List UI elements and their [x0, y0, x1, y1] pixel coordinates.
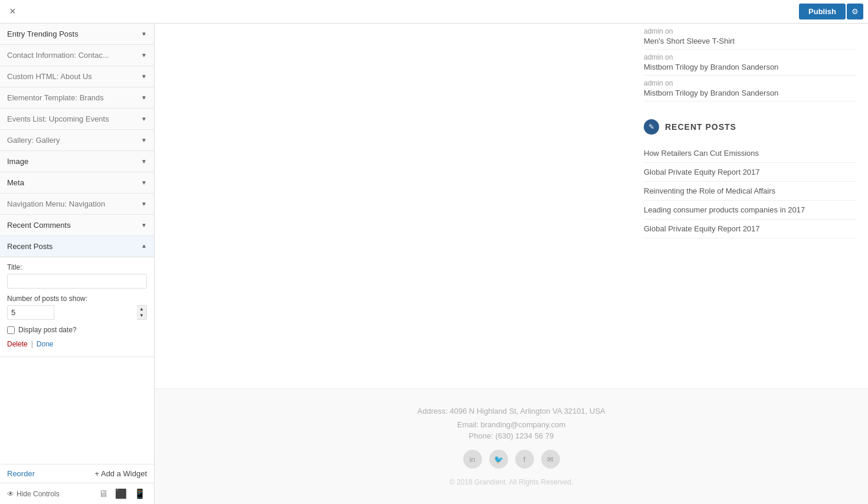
- widget-title-entry-trending: Entry Trending Posts: [7, 30, 78, 38]
- post-link[interactable]: How Retailers Can Cut Emissions: [644, 149, 759, 158]
- address-value: 4096 N Highland St, Arlington VA 32101, …: [450, 407, 605, 415]
- post-list: How Retailers Can Cut Emissions Global P…: [644, 144, 856, 238]
- reorder-button[interactable]: Reorder: [7, 469, 35, 478]
- widget-title-events-list: Events List: Upcoming Events: [7, 114, 109, 123]
- hide-controls-button[interactable]: 👁 Hide Controls: [7, 490, 60, 498]
- section-heading: ✎ RECENT POSTS: [644, 119, 856, 135]
- comment-item: admin on Men's Short Sleeve T-Shirt: [644, 24, 856, 50]
- chevron-icon-image: ▼: [141, 158, 147, 165]
- delete-link[interactable]: Delete: [7, 340, 28, 348]
- action-separator: |: [31, 340, 33, 348]
- facebook-icon[interactable]: f: [515, 450, 534, 469]
- widget-title-custom-html: Custom HTML: About Us: [7, 72, 92, 81]
- title-input[interactable]: [7, 274, 147, 289]
- post-link[interactable]: Reinventing the Role of Medical Affairs: [644, 186, 775, 195]
- widget-entry-trending: Entry Trending Posts ▼: [0, 24, 154, 45]
- title-label: Title:: [7, 263, 147, 271]
- post-link[interactable]: Global Private Equity Report 2017: [644, 224, 760, 233]
- widget-header-entry-trending[interactable]: Entry Trending Posts ▼: [0, 24, 154, 44]
- widget-title-recent-posts: Recent Posts: [7, 242, 53, 251]
- desktop-view-button[interactable]: 🖥: [97, 487, 109, 500]
- chevron-icon-nav: ▼: [141, 201, 147, 207]
- footer-address: Address: 4096 N Highland St, Arlington V…: [166, 407, 856, 415]
- widget-header-recent-comments[interactable]: Recent Comments ▼: [0, 215, 154, 235]
- post-link[interactable]: Leading consumer products companies in 2…: [644, 205, 805, 214]
- widget-recent-posts: Recent Posts ▼ Title: Number of posts to…: [0, 236, 154, 357]
- widget-header-elementor-template[interactable]: Elementor Template: Brands ▼: [0, 87, 154, 108]
- comment-author: admin on: [644, 27, 856, 35]
- comment-post: Mistborn Trilogy by Brandon Sanderson: [644, 63, 856, 71]
- email-label: Email:: [457, 420, 479, 429]
- social-icons: in 🐦 f ✉: [166, 450, 856, 469]
- spinner-down-button[interactable]: ▼: [137, 313, 146, 320]
- tablet-view-button[interactable]: ⬛: [114, 487, 128, 500]
- phone-value: (630) 1234 56 79: [495, 431, 553, 440]
- widget-header-gallery[interactable]: Gallery: Gallery ▼: [0, 130, 154, 150]
- widget-title-image: Image: [7, 157, 28, 166]
- widget-header-custom-html[interactable]: Custom HTML: About Us ▼: [0, 66, 154, 87]
- widget-body-recent-posts: Title: Number of posts to show: ▲ ▼: [0, 257, 154, 356]
- hide-controls-label: Hide Controls: [17, 490, 60, 498]
- widget-title-navigation-menu: Navigation Menu: Navigation: [7, 199, 105, 208]
- post-link[interactable]: Global Private Equity Report 2017: [644, 168, 760, 176]
- section-title: RECENT POSTS: [665, 122, 736, 132]
- widget-image: Image ▼: [0, 151, 154, 172]
- widget-elementor-template: Elementor Template: Brands ▼: [0, 87, 154, 109]
- recent-posts-section: ✎ RECENT POSTS How Retailers Can Cut Emi…: [644, 119, 856, 238]
- done-link[interactable]: Done: [37, 340, 54, 348]
- posts-count-wrapper: ▲ ▼: [7, 305, 147, 320]
- action-links: Delete | Done: [7, 340, 147, 348]
- sidebar-view-controls: 👁 Hide Controls 🖥 ⬛ 📱: [0, 483, 154, 504]
- sidebar-bottom-actions: Reorder + Add a Widget: [0, 464, 154, 483]
- display-date-label[interactable]: Display post date?: [18, 326, 77, 334]
- widget-title-recent-comments: Recent Comments: [7, 221, 71, 230]
- phone-label: Phone:: [469, 431, 493, 440]
- comment-item: admin on Mistborn Trilogy by Brandon San…: [644, 50, 856, 76]
- widget-header-contact-info[interactable]: Contact Information: Contac... ▼: [0, 45, 154, 66]
- footer-email: Email: branding@company.com: [166, 420, 856, 429]
- page-wrapper: Entry Trending Posts ▼ Contact Informati…: [0, 24, 868, 504]
- email-icon[interactable]: ✉: [541, 450, 560, 469]
- footer-copyright: © 2018 Grandient. All Rights Reserved.: [166, 478, 856, 486]
- posts-count-row: Number of posts to show: ▲ ▼: [7, 294, 147, 320]
- widget-custom-html: Custom HTML: About Us ▼: [0, 66, 154, 87]
- widget-gallery: Gallery: Gallery ▼: [0, 130, 154, 151]
- list-item: Global Private Equity Report 2017: [644, 220, 856, 238]
- eye-icon: 👁: [7, 490, 14, 498]
- widget-title-elementor-template: Elementor Template: Brands: [7, 93, 104, 102]
- display-date-checkbox[interactable]: [7, 326, 15, 334]
- publish-button[interactable]: Publish: [799, 4, 846, 19]
- mobile-view-button[interactable]: 📱: [133, 487, 147, 500]
- right-preview-top: admin on Men's Short Sleeve T-Shirt admi…: [155, 24, 868, 388]
- widget-header-events-list[interactable]: Events List: Upcoming Events ▼: [0, 109, 154, 129]
- chevron-icon-events: ▼: [141, 116, 147, 122]
- footer-preview: Address: 4096 N Highland St, Arlington V…: [155, 388, 868, 504]
- address-label: Address:: [417, 407, 447, 415]
- widget-header-meta[interactable]: Meta ▼: [0, 172, 154, 193]
- right-content-block: admin on Men's Short Sleeve T-Shirt admi…: [632, 24, 868, 250]
- linkedin-icon[interactable]: in: [463, 450, 482, 469]
- widget-header-recent-posts[interactable]: Recent Posts ▼: [0, 236, 154, 257]
- comment-post: Mistborn Trilogy by Brandon Sanderson: [644, 89, 856, 97]
- chevron-icon-meta: ▼: [141, 179, 147, 186]
- add-widget-button[interactable]: + Add a Widget: [94, 469, 147, 478]
- comment-item: admin on Mistborn Trilogy by Brandon San…: [644, 76, 856, 102]
- list-item: How Retailers Can Cut Emissions: [644, 144, 856, 163]
- close-button[interactable]: ×: [5, 3, 21, 20]
- twitter-icon[interactable]: 🐦: [489, 450, 508, 469]
- right-preview: admin on Men's Short Sleeve T-Shirt admi…: [155, 24, 868, 504]
- posts-count-input[interactable]: [7, 305, 54, 320]
- section-icon: ✎: [644, 119, 659, 135]
- email-value: branding@company.com: [481, 420, 566, 429]
- list-item: Reinventing the Role of Medical Affairs: [644, 182, 856, 201]
- footer-phone: Phone: (630) 1234 56 79: [166, 431, 856, 440]
- list-item: Leading consumer products companies in 2…: [644, 201, 856, 220]
- widget-header-navigation-menu[interactable]: Navigation Menu: Navigation ▼: [0, 194, 154, 214]
- sidebar-scroll: Entry Trending Posts ▼ Contact Informati…: [0, 24, 154, 464]
- gear-button[interactable]: ⚙: [847, 4, 863, 19]
- chevron-icon-contact: ▼: [141, 52, 147, 58]
- widget-header-image[interactable]: Image ▼: [0, 151, 154, 172]
- widget-title-gallery: Gallery: Gallery: [7, 136, 60, 145]
- spinner-up-button[interactable]: ▲: [137, 306, 146, 313]
- widget-recent-comments: Recent Comments ▼: [0, 215, 154, 236]
